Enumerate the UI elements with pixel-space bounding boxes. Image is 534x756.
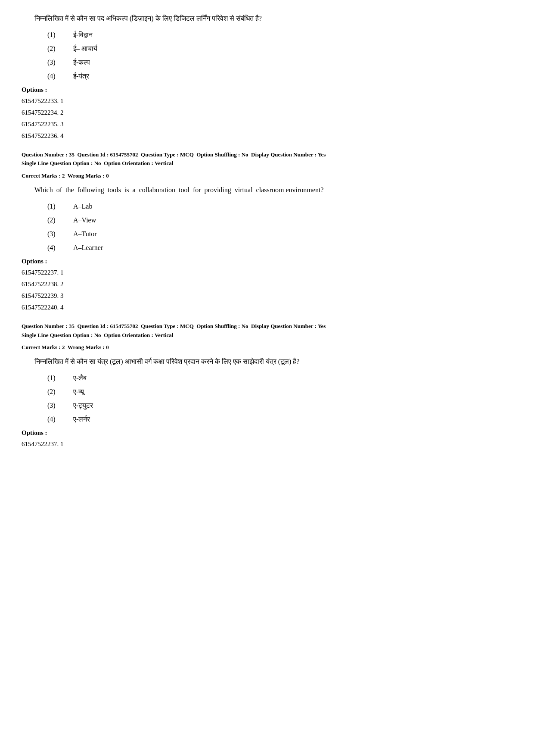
option-text: A–View	[73, 216, 96, 224]
options-list-q34-hindi: (1) ई-विद्वान (2) ई– आचार्य (3) ई-कल्प (…	[47, 31, 500, 80]
option-text: ए-व्यू	[73, 388, 84, 396]
option-num: (2)	[47, 45, 73, 53]
question-text-q34-hindi: निम्नलिखित में से कौन सा पद अभिकल्प (डिज…	[34, 13, 500, 24]
option-text: A–Lab	[73, 203, 92, 210]
question-meta-q35: Question Number : 35 Question Id : 61547…	[22, 150, 512, 169]
option-num: (1)	[47, 31, 73, 39]
question-block-q35-english: Which of the following tools is a collab…	[22, 184, 512, 313]
options-label: Options :	[22, 86, 512, 94]
option-text: ए-लर्नर	[73, 415, 90, 423]
option-text: ई-कल्प	[73, 59, 90, 66]
list-item: (3) ई-कल्प	[47, 59, 500, 66]
option-num: (2)	[47, 216, 73, 224]
option-num: (4)	[47, 244, 73, 252]
options-values: 61547522237. 1	[22, 438, 512, 450]
correct-marks-q35-2: Correct Marks : 2 Wrong Marks : 0	[22, 344, 512, 351]
option-text: ई-विद्वान	[73, 31, 93, 39]
option-num: (3)	[47, 59, 73, 66]
question-text-q35-hindi: निम्नलिखित में से कौन सा यंत्र (टूल) आभा…	[34, 356, 500, 367]
list-item: (1) ई-विद्वान	[47, 31, 500, 39]
option-text: A–Learner	[73, 244, 103, 252]
option-num: (3)	[47, 230, 73, 238]
options-label: Options :	[22, 429, 512, 437]
list-item: (2) A–View	[47, 216, 500, 224]
list-item: (4) A–Learner	[47, 244, 500, 252]
question-text-q35-english: Which of the following tools is a collab…	[34, 184, 500, 196]
option-num: (1)	[47, 374, 73, 382]
options-label: Options :	[22, 258, 512, 265]
option-text: A–Tutor	[73, 230, 97, 238]
option-text: ए-ट्युटर	[73, 402, 93, 409]
list-item: (2) ए-व्यू	[47, 388, 500, 396]
option-num: (4)	[47, 415, 73, 423]
option-text: ई-यंत्र	[73, 72, 89, 80]
list-item: (2) ई– आचार्य	[47, 45, 500, 53]
correct-marks-q35: Correct Marks : 2 Wrong Marks : 0	[22, 172, 512, 179]
option-num: (3)	[47, 402, 73, 409]
question-block-q35-hindi: निम्नलिखित में से कौन सा यंत्र (टूल) आभा…	[22, 356, 512, 450]
list-item: (4) ए-लर्नर	[47, 415, 500, 423]
options-list-q35-hindi: (1) ए-लैब (2) ए-व्यू (3) ए-ट्युटर (4) ए-…	[47, 374, 500, 423]
options-values: 61547522233. 1 61547522234. 2 6154752223…	[22, 95, 512, 142]
option-num: (1)	[47, 203, 73, 210]
question-block-q34-hindi: निम्नलिखित में से कौन सा पद अभिकल्प (डिज…	[22, 13, 512, 142]
list-item: (4) ई-यंत्र	[47, 72, 500, 80]
option-num: (2)	[47, 388, 73, 396]
options-values: 61547522237. 1 61547522238. 2 6154752223…	[22, 267, 512, 313]
question-meta-q35-2: Question Number : 35 Question Id : 61547…	[22, 322, 512, 340]
list-item: (3) ए-ट्युटर	[47, 402, 500, 409]
list-item: (3) A–Tutor	[47, 230, 500, 238]
option-text: ए-लैब	[73, 374, 87, 382]
option-num: (4)	[47, 72, 73, 80]
option-text: ई– आचार्य	[73, 45, 97, 53]
list-item: (1) ए-लैब	[47, 374, 500, 382]
options-list-q35-english: (1) A–Lab (2) A–View (3) A–Tutor (4) A–L…	[47, 203, 500, 252]
list-item: (1) A–Lab	[47, 203, 500, 210]
